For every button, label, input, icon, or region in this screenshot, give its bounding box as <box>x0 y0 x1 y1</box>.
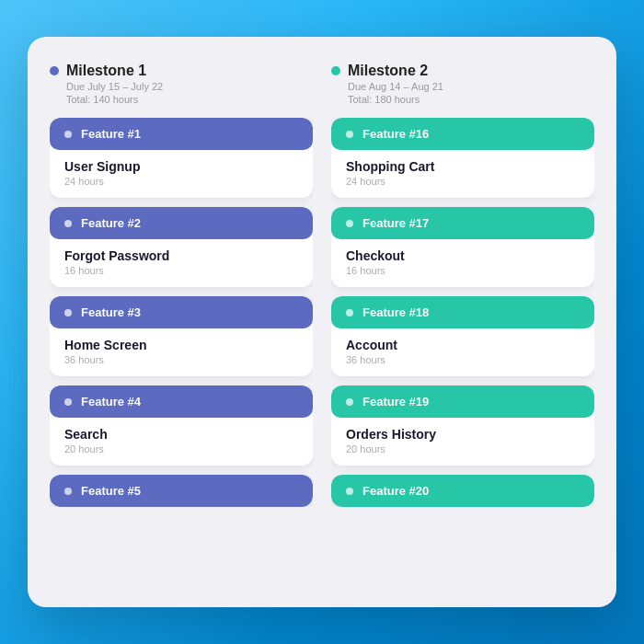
feature-header-dot <box>346 398 353 406</box>
milestone-title-1: Milestone 1 <box>66 63 163 79</box>
feature-header-feature-#20: Feature #20 <box>331 475 594 507</box>
column-1: Milestone 1Due July 15 – July 22Total: 1… <box>50 63 313 581</box>
feature-card-feature-#17[interactable]: Feature #17Checkout16 hours <box>331 207 594 287</box>
feature-header-dot <box>64 309 72 316</box>
feature-header-feature-#1: Feature #1 <box>50 118 313 150</box>
milestone-due-2: Due Aug 14 – Aug 21 <box>348 81 443 92</box>
column-2: Milestone 2Due Aug 14 – Aug 21Total: 180… <box>331 63 594 581</box>
feature-header-feature-#16: Feature #16 <box>331 118 594 150</box>
milestone-title-2: Milestone 2 <box>348 63 443 79</box>
feature-hours: 36 hours <box>64 354 298 365</box>
feature-header-feature-#3: Feature #3 <box>50 296 313 328</box>
feature-header-label: Feature #4 <box>81 395 141 408</box>
feature-name: User Signup <box>64 159 298 174</box>
feature-name: Checkout <box>346 248 580 263</box>
feature-header-dot <box>346 309 353 316</box>
feature-name: Home Screen <box>64 338 298 352</box>
feature-hours: 16 hours <box>346 265 580 276</box>
milestone-header-2: Milestone 2Due Aug 14 – Aug 21Total: 180… <box>331 63 594 105</box>
feature-header-label: Feature #16 <box>362 127 429 141</box>
feature-header-feature-#5: Feature #5 <box>50 475 313 507</box>
feature-card-feature-#18[interactable]: Feature #18Account36 hours <box>331 296 594 376</box>
feature-header-dot <box>346 220 353 227</box>
feature-card-feature-#5[interactable]: Feature #5 <box>50 475 313 507</box>
feature-card-feature-#2[interactable]: Feature #2Forgot Password16 hours <box>50 207 313 287</box>
feature-card-feature-#16[interactable]: Feature #16Shopping Cart24 hours <box>331 118 594 198</box>
feature-name: Shopping Cart <box>346 159 580 174</box>
feature-header-label: Feature #19 <box>362 395 429 408</box>
feature-header-dot <box>64 131 72 138</box>
feature-hours: 24 hours <box>64 176 298 187</box>
feature-header-label: Feature #1 <box>81 127 141 141</box>
feature-header-label: Feature #5 <box>81 484 141 498</box>
feature-header-feature-#18: Feature #18 <box>331 296 594 328</box>
features-list-1: Feature #1User Signup24 hoursFeature #2F… <box>50 118 313 507</box>
milestone-dot-2 <box>331 66 340 75</box>
feature-card-feature-#3[interactable]: Feature #3Home Screen36 hours <box>50 296 313 376</box>
feature-card-feature-#4[interactable]: Feature #4Search20 hours <box>50 385 313 466</box>
feature-header-label: Feature #18 <box>362 305 429 319</box>
milestone-due-1: Due July 15 – July 22 <box>66 81 163 92</box>
feature-header-label: Feature #20 <box>362 484 429 498</box>
milestone-total-2: Total: 180 hours <box>348 94 443 105</box>
feature-header-dot <box>64 488 72 495</box>
milestone-dot-1 <box>50 66 59 75</box>
feature-header-dot <box>64 398 72 406</box>
feature-card-feature-#19[interactable]: Feature #19Orders History20 hours <box>331 385 594 466</box>
feature-header-label: Feature #17 <box>362 216 429 230</box>
feature-hours: 16 hours <box>64 265 298 276</box>
feature-header-feature-#4: Feature #4 <box>50 385 313 418</box>
feature-hours: 20 hours <box>64 443 298 454</box>
main-card: Milestone 1Due July 15 – July 22Total: 1… <box>28 37 616 607</box>
feature-name: Orders History <box>346 427 580 442</box>
feature-name: Forgot Password <box>64 248 298 263</box>
feature-name: Account <box>346 338 580 352</box>
feature-name: Search <box>64 427 298 442</box>
feature-header-dot <box>346 131 353 138</box>
milestone-header-1: Milestone 1Due July 15 – July 22Total: 1… <box>50 63 313 105</box>
feature-header-feature-#17: Feature #17 <box>331 207 594 239</box>
feature-card-feature-#20[interactable]: Feature #20 <box>331 475 594 507</box>
features-list-2: Feature #16Shopping Cart24 hoursFeature … <box>331 118 594 507</box>
feature-hours: 36 hours <box>346 354 580 365</box>
feature-header-label: Feature #3 <box>81 305 141 319</box>
feature-hours: 20 hours <box>346 443 580 454</box>
milestone-total-1: Total: 140 hours <box>66 94 163 105</box>
feature-header-feature-#2: Feature #2 <box>50 207 313 239</box>
feature-header-dot <box>346 488 353 495</box>
feature-card-feature-#1[interactable]: Feature #1User Signup24 hours <box>50 118 313 198</box>
feature-hours: 24 hours <box>346 176 580 187</box>
feature-header-label: Feature #2 <box>81 216 141 230</box>
columns-container: Milestone 1Due July 15 – July 22Total: 1… <box>50 63 594 581</box>
feature-header-feature-#19: Feature #19 <box>331 385 594 418</box>
feature-header-dot <box>64 220 72 227</box>
